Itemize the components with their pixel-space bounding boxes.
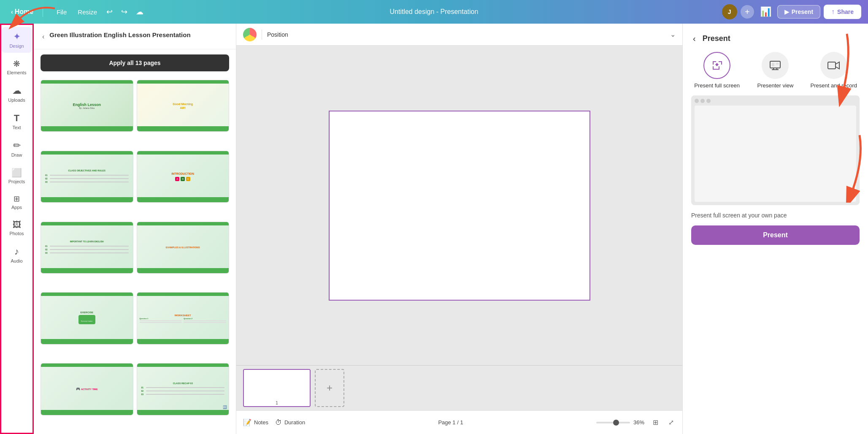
slide-thumb-9[interactable]: 🎮 ACTIVITY TIME xyxy=(41,363,133,415)
resize-menu[interactable]: Resize xyxy=(73,6,102,18)
slide8-title: WORKSHEET xyxy=(175,314,191,317)
template-title: Green Illustration English Lesson Presen… xyxy=(49,30,190,39)
canvas-slide[interactable] xyxy=(329,111,590,301)
text-label: Text xyxy=(12,125,21,130)
add-collaborator-button[interactable]: + xyxy=(741,5,754,19)
home-button[interactable]: ‹ Home xyxy=(7,5,38,18)
user-avatar[interactable]: J xyxy=(722,4,737,19)
toolbar-divider xyxy=(262,30,262,40)
present-label: Present xyxy=(792,8,813,15)
photos-label: Photos xyxy=(9,231,24,236)
filmstrip-slide-1[interactable]: 1 xyxy=(243,369,311,407)
present-presenter-option[interactable]: Presenter view xyxy=(749,52,801,89)
slide-thumb-4[interactable]: INTRODUCTION A B C xyxy=(137,151,230,203)
present-panel-header: ‹ Present xyxy=(691,32,860,45)
home-label: Home xyxy=(15,8,33,16)
preview-dot-1 xyxy=(695,99,699,103)
present-fullscreen-label: Present full screen xyxy=(694,82,740,89)
slide-thumb-7[interactable]: EXERCISE Exercise button xyxy=(41,292,133,344)
left-panel: ‹ Green Illustration English Lesson Pres… xyxy=(34,24,236,434)
audio-icon: ♪ xyxy=(14,246,19,257)
top-nav: File Resize xyxy=(51,6,102,18)
redo-button[interactable]: ↪ xyxy=(119,5,130,19)
preview-slide xyxy=(695,106,856,202)
position-label: Position xyxy=(267,31,288,38)
preview-dots xyxy=(695,99,856,103)
undo-button[interactable]: ↩ xyxy=(104,5,115,19)
present-record-option[interactable]: Present and record xyxy=(808,52,860,89)
grid-view-button[interactable]: ⊞ xyxy=(651,417,660,428)
photos-icon: 🖼 xyxy=(13,220,21,230)
text-icon: T xyxy=(14,113,19,124)
slide-thumb-5[interactable]: IMPORTANT TO LEARN ENGLISH 01 02 03 xyxy=(41,222,133,274)
slide-thumb-2[interactable]: Good MorningAll!! xyxy=(137,80,230,132)
fullscreen-button[interactable]: ⤢ xyxy=(667,417,676,428)
cloud-save-button[interactable]: ☁ xyxy=(133,5,146,19)
zoom-slider-thumb xyxy=(613,420,619,426)
slide10-badge: 🔤 xyxy=(223,405,227,409)
present-action-button[interactable]: Present xyxy=(691,225,860,245)
sidebar-item-elements[interactable]: ❋ Elements xyxy=(2,54,32,79)
filmstrip-slide-1-number: 1 xyxy=(276,401,278,405)
present-record-label: Present and record xyxy=(811,82,857,89)
canvas-main xyxy=(236,46,682,365)
share-icon: ↑ xyxy=(831,8,835,16)
sidebar-item-design[interactable]: ✦ Design xyxy=(2,27,32,53)
present-panel-title: Present xyxy=(703,34,730,43)
sidebar-item-draw[interactable]: ✏ Draw xyxy=(2,136,32,162)
sidebar-item-projects[interactable]: ⬜ Projects xyxy=(2,163,32,188)
present-options: Present full screen Presenter view xyxy=(691,52,860,89)
slide-thumb-1[interactable]: English Lesson By: Juliana Silva xyxy=(41,80,133,132)
color-circle[interactable] xyxy=(243,28,257,41)
sidebar-item-uploads[interactable]: ☁ Uploads xyxy=(2,81,32,107)
slide-thumb-8[interactable]: WORKSHEET Question 1 Question 2 xyxy=(137,292,230,344)
zoom-controls: 36% xyxy=(596,419,644,426)
slide2-title: Good MorningAll!! xyxy=(173,102,193,110)
notes-icon: 📝 xyxy=(243,418,251,426)
slide-thumb-6[interactable]: EXAMPLES & ILLUSTRATIONS xyxy=(137,222,230,274)
present-back-button[interactable]: ‹ xyxy=(691,32,698,45)
sidebar-item-apps[interactable]: ⊞ Apps xyxy=(2,190,32,214)
slide8-cols: Question 1 Question 2 xyxy=(140,317,227,323)
collapse-panel-button[interactable]: ‹ xyxy=(41,31,46,42)
duration-label: Duration xyxy=(284,419,305,426)
preview-dot-3 xyxy=(706,99,711,103)
slide-thumb-10[interactable]: CLASS RECAP 03 01 02 03 🔤 xyxy=(137,363,230,415)
file-menu[interactable]: File xyxy=(51,6,72,18)
apply-all-button[interactable]: Apply all 13 pages xyxy=(41,54,229,71)
slide-thumb-3[interactable]: CLASS OBJECTIVES AND RULES 01 02 03 xyxy=(41,151,133,203)
draw-icon: ✏ xyxy=(13,140,21,151)
slide-filmstrip: 1 + xyxy=(236,365,682,410)
sidebar-item-photos[interactable]: 🖼 Photos xyxy=(2,216,32,240)
slide1-title: English Lesson xyxy=(73,103,101,107)
projects-icon: ⬜ xyxy=(11,168,22,178)
slide4-title: INTRODUCTION xyxy=(171,172,194,175)
apps-label: Apps xyxy=(11,205,22,210)
sidebar-item-text[interactable]: T Text xyxy=(2,108,32,134)
duration-icon: ⏱ xyxy=(275,419,282,426)
present-fullscreen-icon xyxy=(703,52,730,79)
topbar-right-actions: J + 📊 ▶ Present ↑ Share xyxy=(722,4,861,20)
audio-label: Audio xyxy=(11,258,22,263)
design-label: Design xyxy=(9,43,24,49)
filmstrip-add-slide[interactable]: + xyxy=(315,369,344,407)
zoom-slider[interactable] xyxy=(596,422,630,423)
share-button[interactable]: ↑ Share xyxy=(824,5,861,19)
analytics-button[interactable]: 📊 xyxy=(757,4,774,20)
elements-label: Elements xyxy=(7,70,27,75)
page-info: Page 1 / 1 xyxy=(438,419,463,426)
slide10-content: 01 02 03 xyxy=(140,385,227,396)
present-fullscreen-option[interactable]: Present full screen xyxy=(691,52,743,89)
uploads-label: Uploads xyxy=(8,98,25,103)
share-label: Share xyxy=(837,8,854,15)
present-button[interactable]: ▶ Present xyxy=(777,5,820,19)
notes-button[interactable]: 📝 Notes xyxy=(243,418,268,426)
slide1-sub: By: Juliana Silva xyxy=(79,107,95,109)
projects-label: Projects xyxy=(8,179,25,184)
duration-button[interactable]: ⏱ Duration xyxy=(275,419,305,426)
sidebar-item-audio[interactable]: ♪ Audio xyxy=(2,242,32,268)
present-panel: ‹ Present Present full screen xyxy=(682,24,868,434)
apps-icon: ⊞ xyxy=(14,194,20,203)
svg-rect-1 xyxy=(772,63,774,66)
canvas-expand-icon[interactable]: ⌄ xyxy=(670,30,676,38)
